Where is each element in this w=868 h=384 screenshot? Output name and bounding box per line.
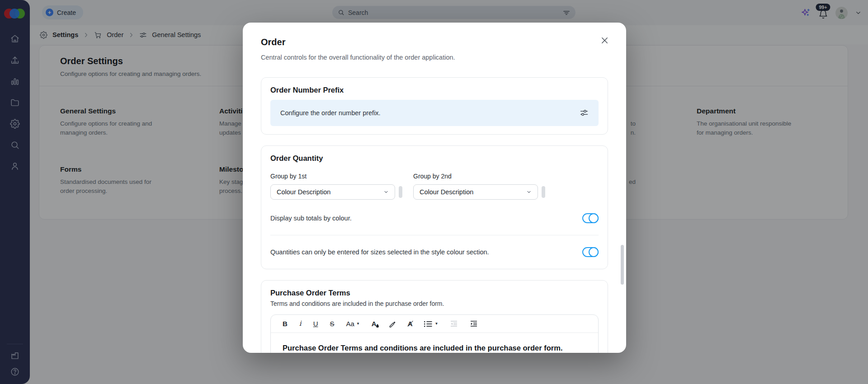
toggle-knob: [589, 213, 599, 223]
strikethrough-button[interactable]: S: [330, 320, 335, 327]
chevron-down-icon: [383, 189, 389, 195]
toggle-quantities-label: Quantities can only be entered for sizes…: [270, 248, 489, 256]
modal-title: Order: [261, 37, 608, 47]
section-subtitle: Terms and conditions are included in the…: [270, 300, 599, 307]
toggle-display-subtotals[interactable]: [582, 213, 599, 223]
chevron-down-icon: [526, 189, 532, 195]
group-by-1st-select[interactable]: Colour Description: [270, 184, 395, 200]
text-color-button[interactable]: A: [372, 320, 377, 327]
divider: [270, 235, 599, 235]
caret-down-icon: ▼: [356, 322, 360, 326]
close-icon[interactable]: [600, 36, 609, 45]
drag-handle[interactable]: [399, 186, 402, 198]
toggle-subtotals-label: Display sub totals by colour.: [270, 215, 352, 222]
toggle-knob: [589, 247, 599, 257]
clear-formatting-button[interactable]: A: [408, 320, 413, 327]
underline-button[interactable]: U: [313, 320, 318, 327]
drag-handle[interactable]: [542, 186, 545, 198]
order-modal: Order Central controls for the overall f…: [243, 23, 626, 353]
section-title: Order Number Prefix: [270, 86, 599, 94]
highlight-button[interactable]: [388, 320, 396, 328]
outdent-button[interactable]: [450, 320, 458, 327]
rich-text-editor: B i U S Aa▼ A A ▼ Purchase Order Terms a…: [270, 314, 599, 353]
editor-content[interactable]: Purchase Order Terms and conditions are …: [271, 333, 598, 353]
modal-scrollbar-thumb[interactable]: [621, 245, 624, 285]
group-by-1st-label: Group by 1st: [270, 173, 395, 180]
indent-button[interactable]: [470, 320, 478, 327]
section-order-number-prefix: Order Number Prefix Configure the order …: [261, 77, 608, 135]
group-by-2nd-label: Group by 2nd: [413, 173, 538, 180]
prefix-config-row[interactable]: Configure the order number prefix.: [270, 100, 599, 126]
section-order-quantity: Order Quantity Group by 1st Colour Descr…: [261, 145, 608, 269]
caret-down-icon: ▼: [434, 322, 438, 326]
italic-button[interactable]: i: [299, 320, 302, 327]
prefix-row-label: Configure the order number prefix.: [280, 109, 381, 117]
editor-bold-line: Purchase Order Terms and conditions are …: [283, 344, 586, 352]
section-purchase-order-terms: Purchase Order Terms Terms and condition…: [261, 280, 608, 353]
font-size-button[interactable]: Aa▼: [346, 320, 360, 327]
bold-button[interactable]: B: [283, 320, 288, 327]
editor-toolbar: B i U S Aa▼ A A ▼: [271, 315, 598, 333]
bullet-list-button[interactable]: ▼: [424, 320, 438, 328]
section-title: Purchase Order Terms: [270, 289, 599, 297]
toggle-quantities-sizes[interactable]: [582, 247, 599, 257]
group-by-2nd-select[interactable]: Colour Description: [413, 184, 538, 200]
section-title: Order Quantity: [270, 154, 599, 163]
sliders-icon[interactable]: [580, 108, 589, 117]
modal-subtitle: Central controls for the overall functio…: [261, 54, 608, 61]
